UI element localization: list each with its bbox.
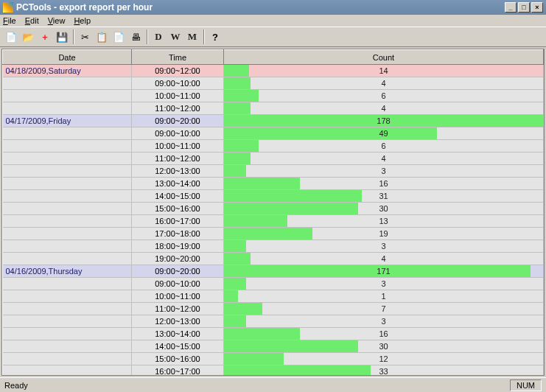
- save-button[interactable]: 💾: [54, 29, 70, 45]
- table-row[interactable]: 14:00~15:0031: [3, 190, 544, 203]
- count-value: 31: [224, 192, 543, 200]
- report-grid[interactable]: Date Time Count 04/18/2009,Saturday09:00…: [1, 49, 545, 376]
- count-cell: 30: [224, 340, 544, 353]
- table-row[interactable]: 14:00~15:0030: [3, 340, 544, 353]
- time-cell: 15:00~16:00: [132, 203, 224, 215]
- table-row[interactable]: 17:00~18:0019: [3, 228, 544, 240]
- table-row[interactable]: 11:00~12:007: [3, 303, 544, 315]
- count-value: 178: [224, 116, 543, 125]
- table-row[interactable]: 09:00~10:003: [3, 278, 544, 290]
- day-button[interactable]: D: [150, 29, 167, 45]
- count-value: 6: [224, 91, 543, 100]
- count-value: 4: [224, 79, 543, 88]
- date-cell: [3, 190, 132, 203]
- count-cell: 16: [224, 178, 544, 190]
- count-cell: 171: [224, 265, 544, 278]
- toolbar: 📄 📂 + 💾 ✂ 📋 📄 🖶 D W M ?: [0, 27, 546, 47]
- time-cell: 11:00~12:00: [132, 153, 224, 165]
- date-cell: [3, 165, 132, 178]
- copy-button[interactable]: 📋: [94, 29, 110, 45]
- table-row[interactable]: 18:00~19:003: [3, 240, 544, 253]
- count-cell: 33: [224, 365, 544, 377]
- plus-icon: +: [42, 32, 48, 43]
- time-cell: 17:00~18:00: [132, 228, 224, 240]
- time-cell: 12:00~13:00: [132, 315, 224, 328]
- table-row[interactable]: 11:00~12:004: [3, 153, 544, 165]
- new-button[interactable]: 📄: [3, 29, 19, 45]
- table-row[interactable]: 04/16/2009,Thursday09:00~20:00171: [3, 265, 544, 278]
- close-button[interactable]: ×: [531, 2, 543, 13]
- count-value: 3: [224, 242, 543, 251]
- date-cell: [3, 102, 132, 115]
- cut-button[interactable]: ✂: [77, 29, 93, 45]
- date-cell: [3, 153, 132, 165]
- count-cell: 4: [224, 77, 544, 90]
- table-row[interactable]: 15:00~16:0012: [3, 353, 544, 365]
- help-button[interactable]: ?: [207, 29, 223, 45]
- count-cell: 4: [224, 153, 544, 165]
- week-button[interactable]: W: [167, 29, 183, 45]
- menu-file[interactable]: File: [3, 16, 16, 25]
- help-icon: ?: [212, 32, 218, 43]
- open-button[interactable]: 📂: [20, 29, 36, 45]
- count-value: 33: [224, 367, 543, 376]
- count-value: 30: [224, 204, 543, 213]
- add-button[interactable]: +: [37, 29, 53, 45]
- count-value: 6: [224, 141, 543, 150]
- table-row[interactable]: 15:00~16:0030: [3, 203, 544, 215]
- menu-edit[interactable]: Edit: [25, 16, 39, 25]
- minimize-button[interactable]: _: [505, 2, 517, 13]
- count-value: 4: [224, 104, 543, 113]
- table-row[interactable]: 10:00~11:006: [3, 90, 544, 102]
- print-button[interactable]: 🖶: [127, 29, 144, 45]
- table-row[interactable]: 12:00~13:003: [3, 165, 544, 178]
- count-value: 16: [224, 179, 543, 188]
- count-value: 4: [224, 154, 543, 163]
- count-cell: 12: [224, 353, 544, 365]
- date-cell: [3, 353, 132, 365]
- time-cell: 09:00~10:00: [132, 77, 224, 90]
- titlebar[interactable]: PCTools - export report per hour _ □ ×: [0, 0, 546, 15]
- count-cell: 19: [224, 228, 544, 240]
- menu-view[interactable]: View: [48, 16, 66, 25]
- time-cell: 15:00~16:00: [132, 353, 224, 365]
- table-row[interactable]: 09:00~10:0049: [3, 127, 544, 140]
- status-ready: Ready: [4, 381, 28, 390]
- table-row[interactable]: 04/18/2009,Saturday09:00~12:0014: [3, 65, 544, 77]
- table-row[interactable]: 16:00~17:0013: [3, 215, 544, 228]
- col-header-time[interactable]: Time: [132, 50, 224, 65]
- time-cell: 13:00~14:00: [132, 178, 224, 190]
- col-header-date[interactable]: Date: [3, 50, 132, 65]
- table-row[interactable]: 12:00~13:003: [3, 315, 544, 328]
- date-cell: [3, 240, 132, 253]
- time-cell: 09:00~20:00: [132, 115, 224, 127]
- table-row[interactable]: 13:00~14:0016: [3, 328, 544, 340]
- count-cell: 3: [224, 240, 544, 253]
- date-cell: [3, 90, 132, 102]
- count-cell: 6: [224, 140, 544, 153]
- col-header-count[interactable]: Count: [224, 50, 544, 65]
- table-row[interactable]: 11:00~12:004: [3, 102, 544, 115]
- month-button[interactable]: M: [184, 29, 200, 45]
- count-value: 19: [224, 229, 543, 238]
- count-cell: 3: [224, 165, 544, 178]
- table-row[interactable]: 19:00~20:004: [3, 253, 544, 265]
- count-cell: 1: [224, 290, 544, 303]
- time-cell: 12:00~13:00: [132, 165, 224, 178]
- separator: [147, 29, 148, 44]
- date-cell: [3, 140, 132, 153]
- table-row[interactable]: 04/17/2009,Friday09:00~20:00178: [3, 115, 544, 127]
- table-row[interactable]: 09:00~10:004: [3, 77, 544, 90]
- paste-button[interactable]: 📄: [111, 29, 127, 45]
- table-row[interactable]: 10:00~11:001: [3, 290, 544, 303]
- table-row[interactable]: 13:00~14:0016: [3, 178, 544, 190]
- count-value: 1: [224, 292, 543, 301]
- table-row[interactable]: 16:00~17:0033: [3, 365, 544, 377]
- count-value: 12: [224, 354, 543, 363]
- menu-help[interactable]: Help: [74, 16, 91, 25]
- app-icon: [3, 2, 13, 13]
- maximize-button[interactable]: □: [518, 2, 530, 13]
- count-cell: 6: [224, 90, 544, 102]
- table-row[interactable]: 10:00~11:006: [3, 140, 544, 153]
- count-cell: 14: [224, 65, 544, 77]
